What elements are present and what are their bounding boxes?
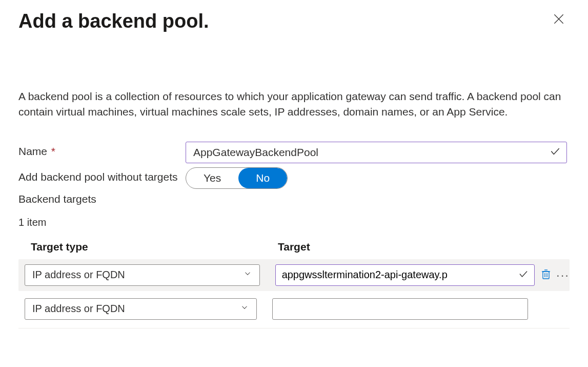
toggle-no[interactable]: No bbox=[238, 168, 287, 188]
chevron-down-icon bbox=[240, 303, 249, 315]
close-button[interactable] bbox=[548, 10, 570, 30]
delete-row-button[interactable] bbox=[540, 268, 552, 282]
table-row: IP address or FQDN ··· bbox=[18, 259, 570, 291]
backend-targets-heading: Backend targets bbox=[18, 193, 570, 205]
select-value: IP address or FQDN bbox=[32, 303, 125, 315]
no-targets-toggle[interactable]: Yes No bbox=[186, 167, 288, 189]
more-icon: ··· bbox=[556, 268, 570, 282]
name-label: Name * bbox=[18, 142, 186, 159]
col-target: Target bbox=[275, 241, 524, 253]
row-more-button[interactable]: ··· bbox=[556, 269, 570, 281]
no-targets-label: Add backend pool without targets bbox=[18, 167, 186, 184]
required-asterisk: * bbox=[48, 145, 55, 157]
close-icon bbox=[552, 12, 565, 29]
checkmark-icon bbox=[518, 269, 529, 281]
col-target-type: Target type bbox=[18, 241, 275, 253]
table-row: IP address or FQDN bbox=[18, 293, 570, 325]
target-type-select[interactable]: IP address or FQDN bbox=[25, 298, 257, 320]
svg-rect-2 bbox=[543, 272, 549, 279]
chevron-down-icon bbox=[243, 269, 252, 281]
checkmark-icon bbox=[550, 146, 561, 159]
target-input[interactable] bbox=[272, 298, 528, 320]
panel-description: A backend pool is a collection of resour… bbox=[18, 89, 562, 120]
trash-icon bbox=[540, 273, 552, 282]
row-divider bbox=[18, 328, 570, 329]
item-count: 1 item bbox=[18, 217, 570, 228]
target-input[interactable] bbox=[275, 264, 535, 286]
panel-title: Add a backend pool. bbox=[18, 10, 209, 32]
toggle-yes[interactable]: Yes bbox=[186, 168, 238, 188]
targets-table: Target type Target IP address or FQDN bbox=[18, 241, 570, 329]
name-input[interactable] bbox=[186, 142, 567, 163]
target-type-select[interactable]: IP address or FQDN bbox=[25, 264, 260, 286]
select-value: IP address or FQDN bbox=[32, 269, 125, 281]
